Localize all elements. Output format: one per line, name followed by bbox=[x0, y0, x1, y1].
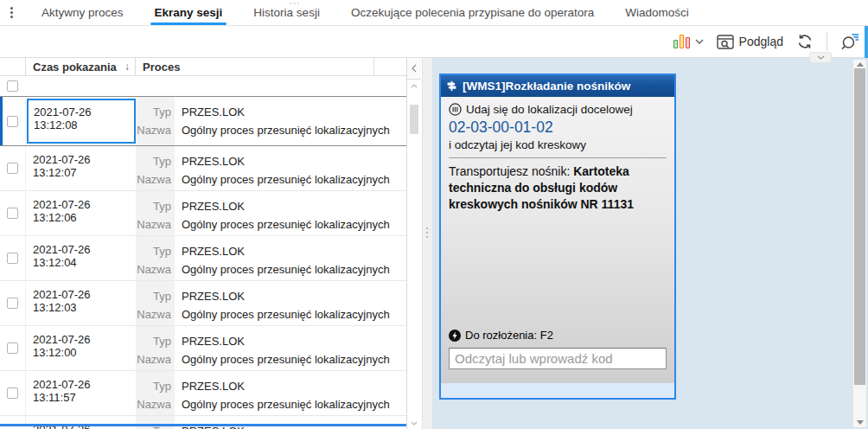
row-time-cell[interactable]: 2021-07-26 13:12:07 bbox=[26, 146, 136, 190]
drag-grip-icon[interactable]: ⋯ bbox=[289, 0, 301, 10]
row-checkbox[interactable] bbox=[7, 253, 18, 264]
column-header-process[interactable]: Proces bbox=[136, 58, 374, 75]
edge-accent-strip bbox=[865, 26, 868, 58]
pane-splitter[interactable] bbox=[422, 58, 432, 429]
table-row[interactable]: 2021-07-26 13:12:07 Typ Nazwa PRZES.LOK … bbox=[0, 146, 406, 191]
row-time-cell[interactable]: 2021-07-26 13:11:53 bbox=[26, 416, 136, 429]
row-checkbox[interactable] bbox=[7, 298, 18, 309]
row-time-cell[interactable]: 2021-07-26 13:12:04 bbox=[26, 236, 136, 280]
panel-footer-strip bbox=[441, 383, 674, 398]
table-row[interactable]: 2021-07-26 13:12:08 Typ Nazwa PRZES.LOK … bbox=[0, 96, 406, 146]
barcode-input[interactable] bbox=[449, 348, 667, 369]
row-checkbox-cell bbox=[0, 146, 26, 190]
process-type-value: PRZES.LOK bbox=[182, 377, 406, 395]
lightning-circle-icon bbox=[449, 330, 461, 342]
row-field-labels: Typ Nazwa bbox=[136, 146, 175, 190]
type-field-label: Typ bbox=[136, 152, 171, 170]
tab-bar: Aktywny proces Ekrany sesji Historia ses… bbox=[0, 0, 868, 26]
row-field-values: PRZES.LOK Ogólny proces przesunięć lokal… bbox=[175, 281, 406, 325]
row-field-values: PRZES.LOK Ogólny proces przesunięć lokal… bbox=[175, 146, 406, 190]
table-row[interactable]: 2021-07-26 13:12:06 Typ Nazwa PRZES.LOK … bbox=[0, 191, 406, 236]
preview-button[interactable]: Podgląd bbox=[717, 35, 783, 49]
row-time-cell[interactable]: 2021-07-26 13:12:03 bbox=[26, 281, 136, 325]
refresh-button[interactable] bbox=[796, 33, 814, 50]
row-time-cell[interactable]: 2021-07-26 13:12:06 bbox=[26, 191, 136, 235]
row-field-labels: Typ Nazwa bbox=[136, 236, 175, 280]
action-hint-line: Do rozłożenia: F2 bbox=[449, 329, 667, 342]
table-vertical-scrollbar[interactable] bbox=[407, 80, 421, 429]
row-checkbox[interactable] bbox=[7, 163, 18, 174]
tab-label: Aktywny proces bbox=[41, 6, 124, 19]
table-row[interactable]: 2021-07-26 13:12:00 Typ Nazwa PRZES.LOK … bbox=[0, 326, 406, 371]
chart-view-button[interactable] bbox=[673, 35, 704, 48]
row-checkbox[interactable] bbox=[7, 387, 18, 399]
process-name-value: Ogólny proces przesunięć lokalizacyjnych bbox=[182, 170, 406, 189]
sort-descending-icon[interactable]: ↓ bbox=[124, 61, 130, 73]
type-field-label: Typ bbox=[136, 377, 171, 395]
preview-vertical-scrollbar[interactable] bbox=[853, 60, 866, 427]
tab-historia-sesji[interactable]: Historia sesji bbox=[238, 0, 335, 25]
collapse-pane-button[interactable] bbox=[407, 58, 421, 80]
row-time-cell[interactable]: 2021-07-26 13:11:57 bbox=[26, 371, 136, 415]
row-field-values: PRZES.LOK Ogólny proces przesunięć lokal… bbox=[175, 371, 406, 415]
tab-wiadomosci[interactable]: Wiadomości bbox=[610, 0, 705, 25]
search-button[interactable] bbox=[840, 33, 859, 50]
process-name-value: Ogólny proces przesunięć lokalizacyjnych bbox=[182, 350, 406, 368]
row-field-labels: Typ Nazwa bbox=[136, 97, 175, 145]
tab-label: Wiadomości bbox=[625, 6, 689, 19]
select-all-checkbox[interactable] bbox=[7, 80, 18, 92]
table-scrollbar-thumb[interactable] bbox=[410, 105, 418, 134]
row-time-value: 2021-07-26 13:12:03 bbox=[26, 281, 136, 314]
tab-ekrany-sesji[interactable]: Ekrany sesji bbox=[139, 0, 239, 25]
table-row[interactable]: 2021-07-26 13:11:53 Typ Nazwa PRZES.LOK … bbox=[0, 416, 406, 429]
column-header-time[interactable]: Czas pokazania ↓ bbox=[26, 58, 136, 75]
row-checkbox[interactable] bbox=[7, 116, 18, 127]
tab-label: Oczekujące polecenia przypisane do opera… bbox=[351, 6, 594, 19]
expand-toolbar-button[interactable] bbox=[809, 52, 832, 63]
row-checkbox-cell bbox=[0, 371, 26, 415]
row-time-cell[interactable]: 2021-07-26 13:12:08 bbox=[26, 97, 136, 145]
wms-session-panel[interactable]: [WMS1]Rozkładanie nośników Udaj się do l… bbox=[439, 74, 676, 400]
row-time-value: 2021-07-26 13:12:06 bbox=[26, 191, 136, 224]
toolbar: Podgląd bbox=[0, 26, 868, 58]
scroll-down-icon[interactable] bbox=[407, 421, 421, 426]
table-row[interactable]: 2021-07-26 13:11:57 Typ Nazwa PRZES.LOK … bbox=[0, 371, 406, 416]
panel-title-bar: [WMS1]Rozkładanie nośników bbox=[441, 75, 674, 97]
row-field-labels: Typ Nazwa bbox=[136, 416, 175, 429]
row-time-cell[interactable]: 2021-07-26 13:12:00 bbox=[26, 326, 136, 370]
scan-barcode-text: i odczytaj jej kod kreskowy bbox=[449, 138, 667, 151]
row-field-values: PRZES.LOK Ogólny proces przesunięć lokal… bbox=[175, 326, 406, 370]
process-type-value: PRZES.LOK bbox=[182, 242, 406, 260]
panel-body: Udaj się do lokalizacji docelowej 02-03-… bbox=[441, 97, 674, 383]
process-name-value: Ogólny proces przesunięć lokalizacyjnych bbox=[182, 395, 406, 413]
row-checkbox[interactable] bbox=[7, 208, 18, 219]
chevron-left-icon bbox=[412, 64, 417, 73]
row-field-values: PRZES.LOK Ogólny proces przesunięć lokal… bbox=[175, 236, 406, 280]
row-field-values: PRZES.LOK Ogólny proces przesunięć lokal… bbox=[175, 191, 406, 235]
row-checkbox-cell bbox=[0, 416, 26, 429]
row-checkbox[interactable] bbox=[7, 343, 18, 354]
preview-scrollbar-thumb[interactable] bbox=[854, 68, 865, 385]
scroll-up-icon[interactable] bbox=[407, 84, 421, 88]
barcode-circle-icon bbox=[449, 103, 462, 116]
table-row[interactable]: 2021-07-26 13:12:04 Typ Nazwa PRZES.LOK … bbox=[0, 236, 406, 281]
row-checkbox-cell bbox=[0, 281, 26, 325]
name-field-label: Nazwa bbox=[136, 350, 171, 368]
type-field-label: Typ bbox=[136, 197, 171, 215]
tab-oczekujace-polecenia[interactable]: Oczekujące polecenia przypisane do opera… bbox=[335, 0, 610, 25]
chevron-down-icon bbox=[817, 55, 825, 60]
process-name-value: Ogólny proces przesunięć lokalizacyjnych bbox=[182, 305, 406, 323]
table-filter-row bbox=[0, 76, 406, 96]
type-field-label: Typ bbox=[136, 242, 171, 260]
scroll-down-icon[interactable] bbox=[857, 420, 864, 425]
tab-label: Ekrany sesji bbox=[155, 6, 223, 19]
scroll-up-icon[interactable] bbox=[857, 62, 864, 67]
search-filter-icon bbox=[840, 33, 859, 50]
checkbox-column-header bbox=[0, 58, 26, 75]
kebab-menu-icon[interactable] bbox=[0, 0, 22, 25]
table-row[interactable]: 2021-07-26 13:12:03 Typ Nazwa PRZES.LOK … bbox=[0, 281, 406, 326]
sessions-table: Czas pokazania ↓ Proces bbox=[0, 58, 406, 429]
process-type-value: PRZES.LOK bbox=[182, 287, 406, 305]
tab-aktywny-proces[interactable]: Aktywny proces bbox=[26, 0, 139, 25]
process-name-value: Ogólny proces przesunięć lokalizacyjnych bbox=[182, 215, 406, 234]
